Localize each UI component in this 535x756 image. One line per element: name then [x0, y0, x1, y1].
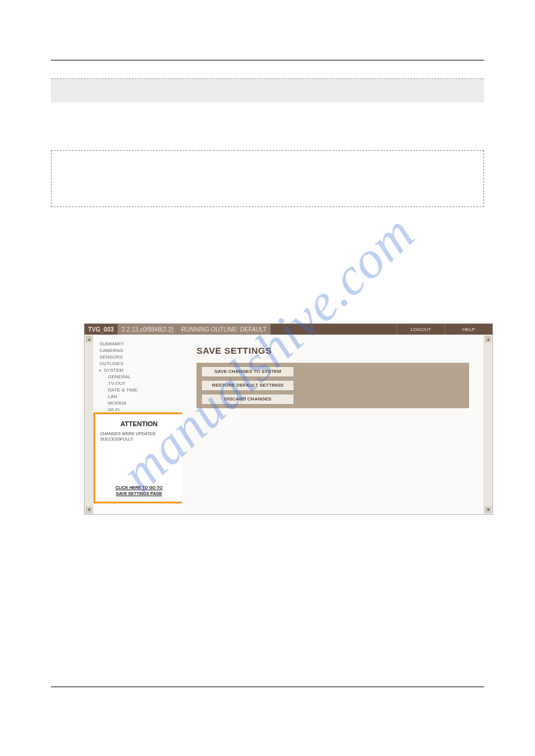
navigation-pane: SUMMARY CAMERAS SENSORS OUTLINES SYSTEM …: [93, 335, 182, 514]
nav-summary[interactable]: SUMMARY: [99, 341, 179, 347]
scroll-up-icon[interactable]: ▴: [86, 336, 92, 342]
nav-tvout[interactable]: TV-OUT: [99, 380, 179, 387]
scroll-down-icon[interactable]: ▾: [86, 506, 92, 513]
page-title: SAVE SETTINGS: [197, 345, 469, 356]
top-bar: TVG_003 2.2.13.c0/8848(2.2) RUNNING OUTL…: [84, 324, 492, 335]
attention-link-line2: SAVE SETTINGS PAGE: [116, 491, 162, 496]
logout-button[interactable]: LOGOUT: [397, 324, 445, 335]
main-pane: SAVE SETTINGS SAVE CHANGES TO SYSTEM RES…: [182, 335, 483, 514]
nav-sensors[interactable]: SENSORS: [99, 354, 179, 360]
version-label: 2.2.13.c0/8848(2.2): [118, 324, 178, 335]
header-band: [51, 78, 484, 102]
nav-system[interactable]: SYSTEM: [99, 367, 179, 374]
scroll-up-icon[interactable]: ▴: [485, 336, 491, 342]
discard-changes-button[interactable]: DISCARD CHANGES: [201, 394, 294, 405]
attention-link-line1: CLICK HERE TO GO TO: [116, 485, 163, 490]
nav-modem[interactable]: MODEM: [99, 400, 179, 406]
help-button[interactable]: HELP: [445, 324, 492, 335]
body-area: ▴ ▾ SUMMARY CAMERAS SENSORS OUTLINES SYS…: [84, 335, 492, 514]
nav-outlines[interactable]: OUTLINES: [99, 360, 179, 367]
footer-rule: [51, 687, 484, 687]
topbar-spacer: [271, 324, 397, 335]
restore-defaults-button[interactable]: RESTORE DEFAULT SETTINGS: [201, 380, 294, 391]
nav-general[interactable]: GENERAL: [99, 374, 179, 380]
note-box: [51, 150, 484, 207]
running-outline-label: RUNNING OUTLINE: DEFAULT: [178, 324, 271, 335]
screenshot-figure: TVG_003 2.2.13.c0/8848(2.2) RUNNING OUTL…: [84, 323, 493, 515]
save-changes-button[interactable]: SAVE CHANGES TO SYSTEM: [201, 366, 294, 377]
nav-datetime[interactable]: DATE & TIME: [99, 387, 179, 393]
header-rule: [51, 60, 484, 60]
attention-title: ATTENTION: [100, 420, 178, 427]
scroll-down-icon[interactable]: ▾: [485, 506, 491, 513]
right-scrollbar[interactable]: ▴ ▾: [483, 335, 492, 514]
nav-cameras[interactable]: CAMERAS: [99, 347, 179, 354]
device-title: TVG_003: [84, 324, 118, 335]
attention-box: ATTENTION CHANGES WERE UPDATED SUCCESSFU…: [93, 412, 185, 503]
left-scrollbar[interactable]: ▴ ▾: [84, 335, 93, 514]
nav-lan[interactable]: LAN: [99, 393, 179, 400]
button-strip: SAVE CHANGES TO SYSTEM RESTORE DEFAULT S…: [197, 363, 469, 408]
attention-message: CHANGES WERE UPDATED SUCCESSFULLY.: [100, 431, 178, 442]
attention-link[interactable]: CLICK HERE TO GO TO SAVE SETTINGS PAGE: [95, 485, 183, 497]
